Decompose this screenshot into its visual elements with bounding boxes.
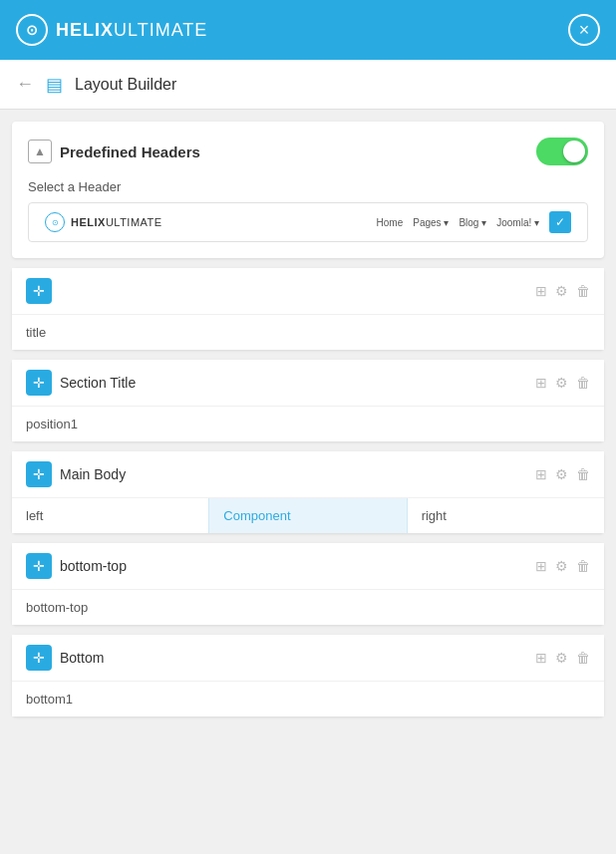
section-header-left-1: ✛ <box>26 278 52 304</box>
drag-handle-section-title[interactable]: ✛ <box>26 370 52 396</box>
position-field-bottom-top[interactable] <box>12 589 604 625</box>
section-header-left-main-body: ✛ Main Body <box>26 461 126 487</box>
section-card-bottom: ✛ Bottom ⊞ ⚙ 🗑 <box>12 635 604 716</box>
section-header-left-bottom-top: ✛ bottom-top <box>26 553 127 579</box>
app-header: ⊙ HELIXULTIMATE × <box>0 0 616 60</box>
section-header-left-section-title: ✛ Section Title <box>26 370 136 396</box>
section-header-main-body: ✛ Main Body ⊞ ⚙ 🗑 <box>12 451 604 497</box>
breadcrumb-bar: ← ▤ Layout Builder <box>0 60 616 110</box>
toggle-thumb <box>563 141 585 162</box>
columns-icon-1[interactable]: ⊞ <box>535 283 547 299</box>
delete-icon-1[interactable]: 🗑 <box>576 283 590 299</box>
nav-check[interactable]: ✓ <box>549 211 571 233</box>
settings-icon-bottom[interactable]: ⚙ <box>555 650 568 666</box>
collapse-icon[interactable]: ▲ <box>28 140 52 163</box>
section-card-section-title: ✛ Section Title ⊞ ⚙ 🗑 <box>12 360 604 441</box>
logo-text: HELIXULTIMATE <box>56 20 207 41</box>
close-button[interactable]: × <box>568 14 600 46</box>
drag-handle-bottom-top[interactable]: ✛ <box>26 553 52 579</box>
delete-icon-bottom[interactable]: 🗑 <box>576 650 590 666</box>
drag-handle-bottom[interactable]: ✛ <box>26 645 52 671</box>
page-title: Layout Builder <box>75 76 176 94</box>
section-header-left-bottom: ✛ Bottom <box>26 645 104 671</box>
back-icon: ← <box>16 74 34 95</box>
section-actions-bottom-top: ⊞ ⚙ 🗑 <box>535 558 590 574</box>
header-preview[interactable]: ⊙ HELIXULTIMATE Home Pages ▾ Blog ▾ Joom… <box>28 202 588 242</box>
main-content: ▲ Predefined Headers Select a Header ⊙ H… <box>0 110 616 728</box>
columns-icon-section-title[interactable]: ⊞ <box>535 375 547 391</box>
preview-logo-text: HELIXULTIMATE <box>71 216 162 228</box>
columns-icon-main-body[interactable]: ⊞ <box>535 466 547 482</box>
nav-home: Home <box>377 217 404 228</box>
settings-icon-bottom-top[interactable]: ⚙ <box>555 558 568 574</box>
section-header-1: ✛ ⊞ ⚙ 🗑 <box>12 268 604 314</box>
select-header-label: Select a Header <box>28 179 588 194</box>
section-actions-section-title: ⊞ ⚙ 🗑 <box>535 375 590 391</box>
back-button[interactable]: ← <box>16 74 34 95</box>
toggle-track <box>536 138 588 165</box>
section-name-bottom: Bottom <box>60 650 104 666</box>
position-field-title[interactable] <box>12 314 604 350</box>
predefined-headers-top: ▲ Predefined Headers <box>28 138 588 165</box>
predefined-headers-label: Predefined Headers <box>60 143 200 160</box>
settings-icon-main-body[interactable]: ⚙ <box>555 466 568 482</box>
drag-handle-1[interactable]: ✛ <box>26 278 52 304</box>
position-field-left[interactable] <box>12 498 208 533</box>
delete-icon-main-body[interactable]: 🗑 <box>576 466 590 482</box>
section-name-section-title: Section Title <box>60 375 136 391</box>
preview-logo: ⊙ HELIXULTIMATE <box>45 212 162 232</box>
predefined-headers-left: ▲ Predefined Headers <box>28 140 200 163</box>
columns-icon-bottom[interactable]: ⊞ <box>535 650 547 666</box>
layout-builder-icon: ▤ <box>46 74 63 96</box>
section-card-bottom-top: ✛ bottom-top ⊞ ⚙ 🗑 <box>12 543 604 625</box>
section-header-section-title: ✛ Section Title ⊞ ⚙ 🗑 <box>12 360 604 406</box>
section-actions-bottom: ⊞ ⚙ 🗑 <box>535 650 590 666</box>
app-logo: ⊙ HELIXULTIMATE <box>16 14 207 46</box>
nav-blog: Blog ▾ <box>459 217 486 228</box>
nav-pages: Pages ▾ <box>413 217 449 228</box>
preview-nav: Home Pages ▾ Blog ▾ Joomla! ▾ ✓ <box>377 211 571 233</box>
position-field-bottom1[interactable] <box>12 681 604 716</box>
settings-icon-1[interactable]: ⚙ <box>555 283 568 299</box>
main-body-positions <box>12 497 604 533</box>
nav-joomla: Joomla! ▾ <box>496 217 539 228</box>
position-field-component[interactable] <box>208 498 407 533</box>
logo-icon: ⊙ <box>16 14 48 46</box>
delete-icon-section-title[interactable]: 🗑 <box>576 375 590 391</box>
section-card-1: ✛ ⊞ ⚙ 🗑 <box>12 268 604 350</box>
columns-icon-bottom-top[interactable]: ⊞ <box>535 558 547 574</box>
predefined-headers-card: ▲ Predefined Headers Select a Header ⊙ H… <box>12 122 604 258</box>
predefined-headers-toggle[interactable] <box>536 138 588 165</box>
section-name-bottom-top: bottom-top <box>60 558 127 574</box>
section-actions-1: ⊞ ⚙ 🗑 <box>535 283 590 299</box>
position-field-position1[interactable] <box>12 406 604 441</box>
section-card-main-body: ✛ Main Body ⊞ ⚙ 🗑 <box>12 451 604 533</box>
delete-icon-bottom-top[interactable]: 🗑 <box>576 558 590 574</box>
drag-handle-main-body[interactable]: ✛ <box>26 461 52 487</box>
preview-logo-icon: ⊙ <box>45 212 65 232</box>
section-name-main-body: Main Body <box>60 466 126 482</box>
section-header-bottom: ✛ Bottom ⊞ ⚙ 🗑 <box>12 635 604 681</box>
settings-icon-section-title[interactable]: ⚙ <box>555 375 568 391</box>
section-actions-main-body: ⊞ ⚙ 🗑 <box>535 466 590 482</box>
section-header-bottom-top: ✛ bottom-top ⊞ ⚙ 🗑 <box>12 543 604 589</box>
position-field-right[interactable] <box>408 498 604 533</box>
